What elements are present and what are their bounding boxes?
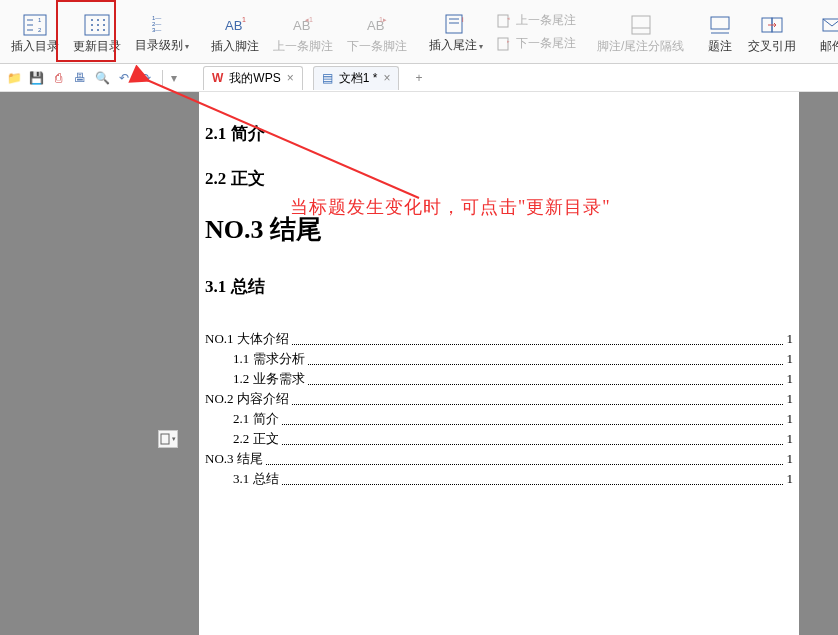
toc-title: 1.1 需求分析 <box>205 350 307 368</box>
endnote-icon: i <box>442 10 470 38</box>
toc-page: 1 <box>783 431 794 447</box>
toc-page: 1 <box>783 451 794 467</box>
paste-options-button[interactable] <box>158 430 178 448</box>
page-area: 2.1 简介 2.2 正文 NO.3 结尾 3.1 总结 NO.1 大体介绍11… <box>20 92 838 635</box>
toc-row[interactable]: 3.1 总结1 <box>205 470 793 488</box>
svg-text:3—: 3— <box>152 27 161 33</box>
left-gutter <box>0 92 20 635</box>
cross-ref-button[interactable]: 交叉引用 <box>741 5 803 59</box>
heading-2-2: 2.2 正文 <box>205 167 793 190</box>
svg-point-8 <box>97 19 99 21</box>
toc-row[interactable]: 2.2 正文1 <box>205 430 793 448</box>
document-page[interactable]: 2.1 简介 2.2 正文 NO.3 结尾 3.1 总结 NO.1 大体介绍11… <box>199 92 799 635</box>
footnote-sep-button[interactable]: 脚注/尾注分隔线 <box>590 5 691 59</box>
tab-document-1[interactable]: ▤ 文档1 * × <box>313 66 400 90</box>
close-icon[interactable]: × <box>287 71 294 85</box>
toc-icon: 12 <box>21 11 49 39</box>
next-footnote-icon: AB1▸ <box>363 11 391 39</box>
svg-text:AB: AB <box>225 18 242 33</box>
toc-page: 1 <box>783 331 794 347</box>
prev-endnote-label: 上一条尾注 <box>516 12 576 29</box>
prev-footnote-button[interactable]: AB◂1 上一条脚注 <box>266 5 340 59</box>
undo-icon[interactable]: ↶ <box>116 70 132 86</box>
toc-row[interactable]: NO.2 内容介绍1 <box>205 390 793 408</box>
cross-ref-label: 交叉引用 <box>748 39 796 53</box>
separator-line-icon <box>627 11 655 39</box>
heading-3-1: 3.1 总结 <box>205 275 793 298</box>
svg-text:▸: ▸ <box>507 38 510 44</box>
caption-label: 题注 <box>708 39 732 53</box>
toc-title: NO.1 大体介绍 <box>205 330 291 348</box>
svg-text:1: 1 <box>38 17 42 23</box>
redo-icon[interactable]: ↷ <box>138 70 154 86</box>
svg-point-15 <box>103 29 105 31</box>
level-icon: 1—2—3— <box>148 10 176 38</box>
toc-row[interactable]: 2.1 简介1 <box>205 410 793 428</box>
svg-point-13 <box>91 29 93 31</box>
toc-row[interactable]: NO.3 结尾1 <box>205 450 793 468</box>
svg-rect-33 <box>632 16 650 34</box>
close-icon[interactable]: × <box>383 71 390 85</box>
cross-ref-icon <box>758 11 786 39</box>
doc-icon: ▤ <box>322 71 333 85</box>
mail-icon <box>818 11 838 39</box>
workspace: 2.1 简介 2.2 正文 NO.3 结尾 3.1 总结 NO.1 大体介绍11… <box>0 92 838 635</box>
toc-level-label: 目录级别 <box>135 38 183 52</box>
toc-page: 1 <box>783 391 794 407</box>
prev-footnote-label: 上一条脚注 <box>273 39 333 53</box>
svg-text:◂: ◂ <box>507 15 510 21</box>
insert-endnote-button[interactable]: i 插入尾注▾ <box>422 5 490 59</box>
mail-label: 邮件 <box>820 39 838 53</box>
next-endnote-label: 下一条尾注 <box>516 35 576 52</box>
insert-footnote-label: 插入脚注 <box>211 39 259 53</box>
open-icon[interactable]: 📁 <box>6 70 22 86</box>
footnote-sep-label: 脚注/尾注分隔线 <box>597 39 684 53</box>
dropdown-caret-icon[interactable]: ▾ <box>171 71 177 85</box>
caption-button[interactable]: 题注 <box>699 5 741 59</box>
svg-rect-40 <box>161 434 169 444</box>
next-endnote-icon: ▸ <box>496 36 512 52</box>
update-toc-button[interactable]: 更新目录 <box>66 5 128 59</box>
toc-title: 2.2 正文 <box>205 430 281 448</box>
next-footnote-button[interactable]: AB1▸ 下一条脚注 <box>340 5 414 59</box>
svg-text:1▸: 1▸ <box>379 16 387 23</box>
svg-text:2: 2 <box>38 27 42 33</box>
table-of-contents: NO.1 大体介绍11.1 需求分析11.2 业务需求1NO.2 内容介绍12.… <box>205 330 793 488</box>
export-pdf-icon[interactable]: ⎙ <box>50 70 66 86</box>
toc-row[interactable]: NO.1 大体介绍1 <box>205 330 793 348</box>
toc-row[interactable]: 1.1 需求分析1 <box>205 350 793 368</box>
save-icon[interactable]: 💾 <box>28 70 44 86</box>
svg-rect-25 <box>446 15 462 33</box>
next-endnote-button[interactable]: ▸ 下一条尾注 <box>496 33 576 55</box>
print-icon[interactable]: 🖶 <box>72 70 88 86</box>
caret-down-icon: ▾ <box>479 42 483 51</box>
insert-footnote-button[interactable]: AB1 插入脚注 <box>204 5 266 59</box>
caret-down-icon: ▾ <box>185 42 189 51</box>
caption-icon <box>706 11 734 39</box>
prev-endnote-button[interactable]: ◂ 上一条尾注 <box>496 10 576 32</box>
prev-endnote-icon: ◂ <box>496 13 512 29</box>
clipboard-icon <box>160 433 170 445</box>
svg-point-9 <box>103 19 105 21</box>
tab-wps-home[interactable]: W 我的WPS × <box>203 66 303 90</box>
svg-point-10 <box>91 24 93 26</box>
tab-wps-home-label: 我的WPS <box>229 70 280 87</box>
svg-text:i: i <box>462 16 464 23</box>
svg-point-14 <box>97 29 99 31</box>
refresh-toc-icon <box>83 11 111 39</box>
toc-title: NO.3 结尾 <box>205 450 265 468</box>
add-tab-button[interactable]: + <box>409 71 428 85</box>
svg-point-7 <box>91 19 93 21</box>
print-preview-icon[interactable]: 🔍 <box>94 70 110 86</box>
toc-level-button[interactable]: 1—2—3— 目录级别▾ <box>128 5 196 59</box>
toc-page: 1 <box>783 411 794 427</box>
insert-toc-button[interactable]: 12 插入目录 <box>4 5 66 59</box>
mail-button[interactable]: 邮件 <box>811 5 838 59</box>
next-footnote-label: 下一条脚注 <box>347 39 407 53</box>
toc-row[interactable]: 1.2 业务需求1 <box>205 370 793 388</box>
ribbon: 12 插入目录 更新目录 1—2—3— 目录级别▾ AB1 插入脚注 AB◂1 … <box>0 0 838 64</box>
svg-text:◂1: ◂1 <box>305 16 313 23</box>
insert-endnote-label: 插入尾注 <box>429 38 477 52</box>
quick-access-toolbar: 📁 💾 ⎙ 🖶 🔍 ↶ ↷ ▾ W 我的WPS × ▤ 文档1 * × + <box>0 64 838 92</box>
insert-toc-label: 插入目录 <box>11 39 59 53</box>
